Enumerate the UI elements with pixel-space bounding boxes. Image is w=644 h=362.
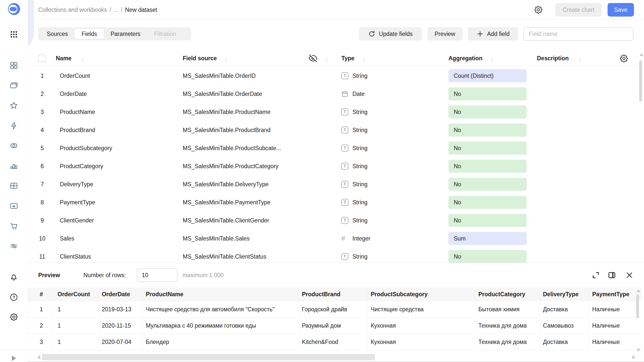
field-row[interactable]: 6ProductCategoryMS_SalesMiniTable.Produc… (28, 157, 644, 175)
select-all-checkbox[interactable] (38, 54, 46, 62)
breadcrumb-ellipsis[interactable]: ... (114, 7, 118, 13)
field-type[interactable]: String (352, 193, 367, 211)
lightning-icon[interactable] (8, 120, 19, 131)
connections-icon[interactable] (8, 140, 19, 151)
update-fields-button[interactable]: Update fields (359, 27, 422, 41)
scroll-right-arrow[interactable] (632, 355, 635, 359)
columns-settings-gear-icon[interactable] (619, 54, 629, 63)
breadcrumb-root[interactable]: Collections and workbooks (38, 7, 107, 13)
close-preview-icon[interactable] (625, 271, 634, 280)
rows-count-input[interactable] (137, 268, 177, 282)
sort-arrow-icon[interactable] (579, 51, 582, 66)
field-row[interactable]: 1OrderCountMS_SalesMiniTable.OrderIDStri… (28, 67, 644, 85)
column-header-name[interactable]: Name (56, 51, 72, 66)
fields-vertical-scrollbar[interactable] (639, 60, 642, 102)
field-name-search-input[interactable] (523, 27, 633, 41)
datalens-logo-icon[interactable] (8, 3, 20, 15)
charts-icon[interactable] (8, 160, 19, 171)
field-type[interactable]: String (352, 175, 367, 193)
save-button[interactable]: Save (608, 3, 634, 17)
scroll-left-arrow[interactable] (37, 355, 40, 359)
table-editor-icon[interactable] (8, 180, 19, 191)
field-row[interactable]: 7DeliveryTypeMS_SalesMiniTable.DeliveryT… (28, 175, 644, 193)
apps-grid-icon[interactable] (8, 29, 19, 40)
preview-button[interactable]: Preview (427, 27, 463, 41)
scroll-up-arrow[interactable] (636, 289, 640, 292)
column-header-type[interactable]: Type (341, 51, 354, 66)
tab-sources[interactable]: Sources (40, 29, 75, 39)
favorites-star-icon[interactable] (8, 100, 19, 111)
field-name[interactable]: ProductBrand (60, 121, 95, 139)
horizontal-scrollbar-thumb[interactable] (42, 354, 375, 360)
field-row[interactable]: 5ProductSubcategoryMS_SalesMiniTable.Pro… (28, 139, 644, 157)
aggregation-select[interactable]: No (448, 124, 527, 137)
aggregation-select[interactable]: No (448, 160, 527, 173)
field-row[interactable]: 9ClientGenderMS_SalesMiniTable.ClientGen… (28, 211, 644, 229)
preview-cell: 1 (58, 301, 61, 318)
dashboards-icon[interactable] (8, 60, 19, 71)
aggregation-select[interactable]: Count (Distinct) (448, 69, 527, 82)
marketplace-cart-icon[interactable] (8, 220, 19, 231)
preview-cell: 1 (58, 334, 61, 350)
preview-vertical-scrollbar[interactable] (636, 294, 639, 318)
field-name[interactable]: PaymentType (60, 193, 95, 211)
field-row[interactable]: 11ClientStatusMS_SalesMiniTable.ClientSt… (28, 248, 644, 263)
column-header-description[interactable]: Description (537, 51, 569, 66)
field-row[interactable]: 8PaymentTypeMS_SalesMiniTable.PaymentTyp… (28, 193, 644, 211)
field-type[interactable]: String (352, 67, 367, 85)
help-icon[interactable]: ? (8, 292, 19, 303)
field-name[interactable]: DeliveryType (60, 175, 93, 193)
field-name[interactable]: ClientGender (60, 211, 94, 229)
settings-gear-icon[interactable] (8, 312, 19, 323)
field-type[interactable]: String (352, 157, 367, 175)
aggregation-select[interactable]: No (448, 142, 527, 155)
field-row[interactable]: 10SalesMS_SalesMiniTable.SalesIntegerSum (28, 229, 644, 248)
sort-arrow-icon[interactable] (81, 51, 84, 66)
field-type[interactable]: String (352, 248, 367, 263)
aggregation-select[interactable]: No (448, 105, 527, 118)
aggregation-select[interactable]: No (448, 250, 527, 263)
sort-arrow-icon[interactable] (491, 51, 494, 66)
scroll-down-arrow[interactable] (636, 349, 640, 351)
notifications-bell-icon[interactable] (8, 272, 19, 283)
sort-arrow-icon[interactable] (224, 51, 227, 66)
field-type[interactable]: String (352, 211, 367, 229)
tab-parameters[interactable]: Parameters (104, 29, 147, 39)
field-row[interactable]: 4ProductBrandMS_SalesMiniTable.ProductBr… (28, 121, 644, 139)
aggregation-select[interactable]: Sum (448, 232, 527, 245)
settings-sliders-icon[interactable] (8, 240, 19, 252)
field-name[interactable]: ClientStatus (60, 248, 91, 263)
split-view-icon[interactable] (607, 271, 616, 280)
aggregation-select[interactable]: No (448, 87, 527, 100)
expand-sidebar-icon[interactable] (8, 353, 19, 362)
aggregation-select[interactable]: No (448, 178, 527, 191)
field-type[interactable]: String (352, 139, 367, 157)
column-header-field-source[interactable]: Field source (183, 51, 217, 66)
field-type[interactable]: Date (352, 85, 365, 103)
field-name[interactable]: ProductSubcategory (60, 139, 112, 157)
sort-arrow-icon[interactable] (362, 51, 365, 66)
field-type[interactable]: String (352, 103, 367, 121)
scroll-up-arrow[interactable] (639, 53, 643, 56)
aggregation-select[interactable]: No (448, 214, 527, 227)
field-name[interactable]: Sales (60, 229, 74, 248)
field-name[interactable]: ProductName (60, 103, 95, 121)
field-name[interactable]: OrderCount (60, 67, 90, 85)
aggregation-select[interactable]: No (448, 196, 527, 209)
expand-preview-icon[interactable] (591, 271, 600, 280)
field-row[interactable]: 3ProductNameMS_SalesMiniTable.ProductNam… (28, 103, 644, 121)
column-header-aggregation[interactable]: Aggregation (448, 51, 482, 66)
field-name[interactable]: OrderDate (60, 85, 87, 103)
field-row[interactable]: 2OrderDateMS_SalesMiniTable.OrderDateDat… (28, 85, 644, 103)
add-field-button[interactable]: Add field (468, 27, 518, 41)
field-type[interactable]: String (352, 121, 367, 139)
storage-folder-icon[interactable] (8, 200, 19, 211)
tab-fields[interactable]: Fields (75, 29, 104, 39)
hidden-eye-off-icon[interactable] (309, 54, 318, 63)
sort-arrow-icon[interactable] (325, 51, 328, 66)
field-name[interactable]: ProductCategory (60, 157, 103, 175)
field-type[interactable]: Integer (352, 229, 371, 248)
collections-icon[interactable] (8, 80, 19, 91)
dataset-settings-gear-icon[interactable] (534, 5, 543, 15)
create-chart-button[interactable]: Create chart (555, 3, 602, 17)
